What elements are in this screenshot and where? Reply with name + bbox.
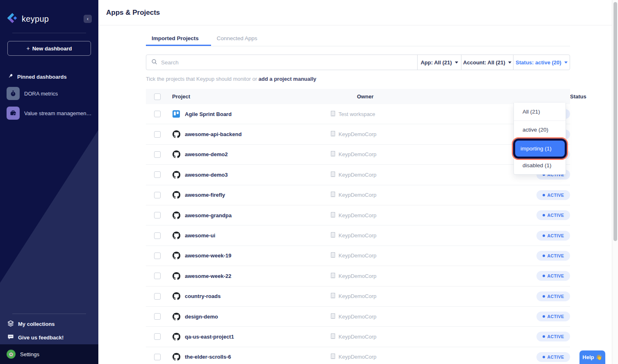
keypup-logo-icon	[7, 12, 18, 25]
owner-cell: KeypDemoCorp	[330, 333, 543, 340]
status-filter-button[interactable]: Status: active (20)	[513, 55, 570, 70]
help-button[interactable]: Help👋	[579, 350, 605, 364]
sidebar-item-label: Value stream management -...	[24, 110, 92, 116]
status-dot-icon	[543, 335, 545, 338]
building-icon	[330, 353, 336, 360]
sidebar-item-value-stream[interactable]: Value stream management -...	[7, 107, 98, 120]
tab-imported-projects[interactable]: Imported Projects	[146, 34, 211, 46]
project-name-link[interactable]: awesome-demo3	[185, 172, 228, 178]
layers-icon	[7, 320, 14, 328]
owner-cell: KeypDemoCorp	[330, 151, 543, 158]
page-title: Apps & Projects	[106, 9, 160, 17]
row-checkbox[interactable]	[154, 151, 161, 158]
sidebar-item-label: DORA metrics	[24, 91, 58, 97]
building-icon	[330, 151, 336, 158]
project-name-link[interactable]: country-roads	[185, 293, 220, 299]
status-dot-icon	[543, 275, 545, 277]
pinned-dashboards-header: Pinned dashboards	[7, 73, 98, 80]
briefcase-icon	[7, 107, 20, 120]
dropdown-item-active[interactable]: active (20)	[514, 121, 566, 139]
search-icon	[151, 59, 157, 66]
add-project-manually-link[interactable]: add a project manually	[259, 76, 316, 82]
status-dot-icon	[543, 234, 545, 237]
page-header: Apps & Projects	[98, 0, 612, 25]
github-icon	[172, 312, 180, 321]
github-icon	[173, 191, 180, 199]
row-checkbox[interactable]	[154, 273, 161, 279]
tab-connected-apps[interactable]: Connected Apps	[211, 34, 263, 46]
divider	[12, 314, 86, 314]
owner-name: KeypDemoCorp	[339, 273, 377, 279]
project-name-link[interactable]: awesome-api-backend	[185, 131, 242, 137]
table-row: country-roads KeypDemoCorp ACTIVE	[146, 287, 570, 307]
github-icon	[173, 313, 180, 321]
owner-name: Test workspace	[339, 111, 375, 117]
github-icon	[173, 232, 180, 239]
account-filter-button[interactable]: Account: All (21)	[461, 55, 513, 70]
table-row: awesome-demo3 KeypDemoCorp ACTIVE	[146, 165, 570, 185]
github-icon	[173, 252, 180, 259]
app-filter-button[interactable]: App: All (21)	[417, 55, 461, 70]
owner-name: KeypDemoCorp	[339, 212, 377, 218]
project-name-link[interactable]: awesome-demo2	[185, 151, 228, 157]
status-badge: ACTIVE	[536, 271, 570, 281]
sidebar-item-label: Give us feedback!	[18, 334, 64, 341]
owner-cell: KeypDemoCorp	[330, 171, 543, 178]
owner-name: KeypDemoCorp	[339, 354, 377, 360]
sidebar-item-feedback[interactable]: Give us feedback!	[0, 331, 98, 344]
github-icon	[173, 212, 180, 219]
owner-name: KeypDemoCorp	[339, 192, 377, 198]
row-checkbox[interactable]	[154, 232, 161, 239]
search-input[interactable]	[161, 59, 417, 66]
plus-icon: +	[27, 45, 30, 52]
new-dashboard-button[interactable]: +New dashboard	[7, 41, 91, 56]
row-checkbox[interactable]	[154, 253, 161, 259]
row-checkbox[interactable]	[154, 111, 161, 117]
owner-name: KeypDemoCorp	[339, 172, 377, 178]
sidebar-item-dora-metrics[interactable]: DORA metrics	[7, 87, 98, 100]
status-badge: ACTIVE	[536, 190, 570, 200]
row-checkbox[interactable]	[154, 293, 161, 300]
row-checkbox[interactable]	[154, 354, 161, 360]
status-dot-icon	[543, 255, 545, 257]
building-icon	[330, 293, 336, 300]
column-header-project: Project	[172, 93, 190, 100]
sidebar-collapse-button[interactable]: ‹	[84, 15, 92, 23]
row-checkbox[interactable]	[154, 131, 161, 138]
status-badge: ACTIVE	[536, 291, 570, 301]
github-icon	[172, 272, 180, 280]
row-checkbox[interactable]	[154, 192, 161, 198]
row-checkbox[interactable]	[154, 212, 161, 218]
dropdown-item-importing[interactable]: importing (1)	[513, 139, 567, 159]
tab-bar: Imported Projects Connected Apps	[146, 34, 570, 46]
project-name-link[interactable]: the-elder-scrolls-6	[185, 354, 231, 360]
project-name-link[interactable]: qa-us-east-project1	[185, 334, 234, 340]
row-checkbox[interactable]	[154, 333, 161, 340]
settings-button[interactable]: ✿ Settings	[0, 344, 98, 364]
table-row: awesome-firefly KeypDemoCorp ACTIVE	[146, 185, 570, 205]
scrollbar-thumb[interactable]	[613, 2, 617, 241]
hint-text: Tick the projects that Keypup should mon…	[146, 76, 570, 82]
pin-icon	[7, 73, 14, 80]
owner-name: KeypDemoCorp	[339, 293, 377, 299]
status-dot-icon	[543, 315, 545, 318]
select-all-checkbox[interactable]	[154, 93, 161, 100]
sidebar-item-my-collections[interactable]: My collections	[0, 317, 98, 331]
project-name-link[interactable]: Agile Sprint Board	[185, 111, 232, 117]
project-name-link[interactable]: awesome-week-19	[185, 253, 231, 259]
project-name-link[interactable]: awesome-week-22	[185, 273, 231, 279]
divider	[12, 33, 86, 33]
project-name-link[interactable]: awesome-ui	[185, 232, 215, 239]
row-checkbox[interactable]	[154, 313, 161, 320]
project-name-link[interactable]: awesome-firefly	[185, 192, 225, 198]
scrollbar-track[interactable]	[612, 0, 618, 364]
dropdown-item-all[interactable]: All (21)	[514, 103, 566, 121]
brand-name: keypup	[22, 14, 49, 24]
owner-cell: KeypDemoCorp	[330, 232, 543, 239]
row-checkbox[interactable]	[154, 171, 161, 178]
project-name-link[interactable]: design-demo	[185, 314, 218, 320]
project-name-link[interactable]: awesome-grandpa	[185, 212, 232, 218]
avatar: ✿	[7, 350, 16, 359]
github-icon	[173, 130, 180, 138]
chat-bubble-icon	[7, 334, 14, 341]
